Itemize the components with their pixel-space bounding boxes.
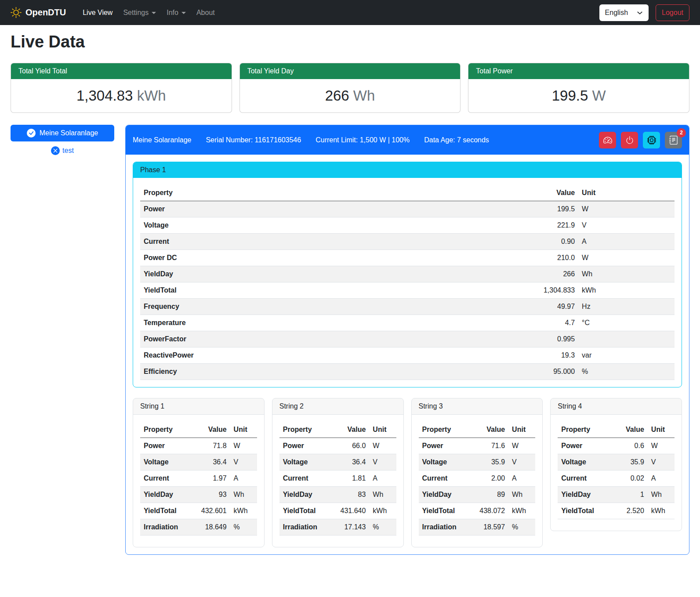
table-row: Voltage221.9V — [140, 217, 675, 234]
table-row: YieldTotal432.601kWh — [140, 503, 257, 519]
table-row: Current0.02A — [558, 470, 675, 487]
value-cell: 36.4 — [193, 454, 230, 470]
unit-cell: W — [578, 250, 675, 266]
device-info-button[interactable] — [643, 132, 660, 148]
string-card-title: String 4 — [551, 398, 682, 415]
sun-icon — [11, 7, 22, 18]
check-circle-icon — [27, 129, 36, 137]
value-cell: 1.81 — [332, 470, 369, 487]
column-header-unit: Unit — [230, 422, 257, 438]
inverter-name: Meine Solaranlage — [133, 136, 191, 144]
table-row: ReactivePower19.3var — [140, 347, 675, 364]
inverter-data-age: Data Age: 7 seconds — [424, 136, 489, 144]
unit-cell: W — [648, 438, 675, 454]
inverter-select-button[interactable]: Meine Solaranlage — [11, 125, 114, 141]
string-card-body: Property Value Unit Power66.0WVoltage36.… — [272, 415, 403, 547]
table-row: Frequency49.97Hz — [140, 299, 675, 315]
property-cell: Irradiation — [140, 519, 193, 535]
content-row: Meine Solaranlage test Meine Solaranlage… — [0, 113, 700, 567]
unit-cell: % — [578, 364, 675, 380]
value-cell: 431.640 — [332, 503, 369, 519]
unit-cell: W — [508, 438, 535, 454]
property-cell: YieldTotal — [279, 503, 332, 519]
phase-table: Property Value Unit Power199.5WVoltage22… — [140, 185, 675, 380]
unit-cell: A — [230, 470, 257, 487]
value-cell: 266 — [450, 266, 578, 282]
string-card-body: Property Value Unit Power71.8WVoltage36.… — [133, 415, 264, 547]
table-header-row: Property Value Unit — [140, 422, 257, 438]
nav-item-settings[interactable]: Settings — [119, 5, 160, 20]
string-card: String 3 Property Value Unit — [411, 398, 543, 547]
unit-cell: A — [508, 470, 535, 487]
table-row: Irradiation18.597% — [419, 519, 536, 535]
property-cell: YieldDay — [140, 266, 450, 282]
property-cell: Efficiency — [140, 364, 450, 380]
table-row: Voltage35.9V — [419, 454, 536, 470]
column-header-unit: Unit — [508, 422, 535, 438]
value-cell: 0.6 — [610, 438, 648, 454]
property-cell: YieldDay — [279, 487, 332, 503]
nav-item-info[interactable]: Info — [162, 5, 190, 20]
table-header-row: Property Value Unit — [140, 185, 675, 201]
property-cell: Power — [140, 438, 193, 454]
unit-cell: kWh — [230, 503, 257, 519]
unit-cell: Hz — [578, 299, 675, 315]
unit-cell: Wh — [230, 487, 257, 503]
inverter-serial: Serial Number: 116171603546 — [206, 136, 301, 144]
unit-cell: var — [578, 347, 675, 364]
table-row: YieldDay266Wh — [140, 266, 675, 282]
summary-card-title: Total Yield Total — [11, 63, 232, 79]
nav-item-label: Live View — [83, 9, 112, 17]
logout-button[interactable]: Logout — [656, 4, 689, 21]
property-cell: YieldTotal — [140, 503, 193, 519]
power-button[interactable] — [621, 132, 638, 148]
table-row: Current2.00A — [419, 470, 536, 487]
property-cell: Voltage — [140, 454, 193, 470]
value-cell: 93 — [193, 487, 230, 503]
table-row: Current1.81A — [279, 470, 396, 487]
table-row: Voltage35.9V — [558, 454, 675, 470]
table-row: Power0.6W — [558, 438, 675, 454]
value-cell: 36.4 — [332, 454, 369, 470]
unit-cell: kWh — [578, 282, 675, 299]
unit-cell: Wh — [648, 487, 675, 503]
table-row: Current1.97A — [140, 470, 257, 487]
brand-label: OpenDTU — [25, 7, 66, 18]
property-cell: Power — [558, 438, 610, 454]
property-cell: YieldDay — [558, 487, 610, 503]
inverter-actions: 2 — [599, 132, 682, 148]
property-cell: Current — [419, 470, 472, 487]
property-cell: Voltage — [140, 217, 450, 234]
table-row: Voltage36.4V — [279, 454, 396, 470]
summary-card-unit: Wh — [353, 87, 375, 104]
nav-item-label: About — [196, 9, 215, 17]
event-log-button[interactable]: 2 — [665, 132, 682, 148]
property-cell: Voltage — [558, 454, 610, 470]
language-select[interactable]: English — [599, 4, 649, 21]
unit-cell: A — [578, 234, 675, 250]
unit-cell: Wh — [508, 487, 535, 503]
value-cell: 210.0 — [450, 250, 578, 266]
limit-settings-button[interactable] — [599, 132, 616, 148]
value-cell: 0.995 — [450, 331, 578, 347]
value-cell: 199.5 — [450, 201, 578, 217]
table-row: Temperature4.7°C — [140, 315, 675, 331]
table-row: Power DC210.0W — [140, 250, 675, 266]
brand[interactable]: OpenDTU — [11, 7, 66, 18]
unit-cell: V — [508, 454, 535, 470]
property-cell: Voltage — [419, 454, 472, 470]
unit-cell: kWh — [508, 503, 535, 519]
column-header-unit: Unit — [648, 422, 675, 438]
nav-item-about[interactable]: About — [192, 5, 219, 20]
value-cell: 1 — [610, 487, 648, 503]
column-header-value: Value — [471, 422, 508, 438]
inverter-item-test[interactable]: test — [11, 146, 114, 155]
journal-text-icon — [669, 136, 678, 145]
unit-cell: kWh — [369, 503, 396, 519]
nav-item-live-view[interactable]: Live View — [78, 5, 117, 20]
value-cell: 0.02 — [610, 470, 648, 487]
table-row: Power71.6W — [419, 438, 536, 454]
inverter-item-label: test — [62, 147, 74, 155]
summary-card-value: 199.5 — [552, 87, 588, 104]
column-header-value: Value — [193, 422, 230, 438]
